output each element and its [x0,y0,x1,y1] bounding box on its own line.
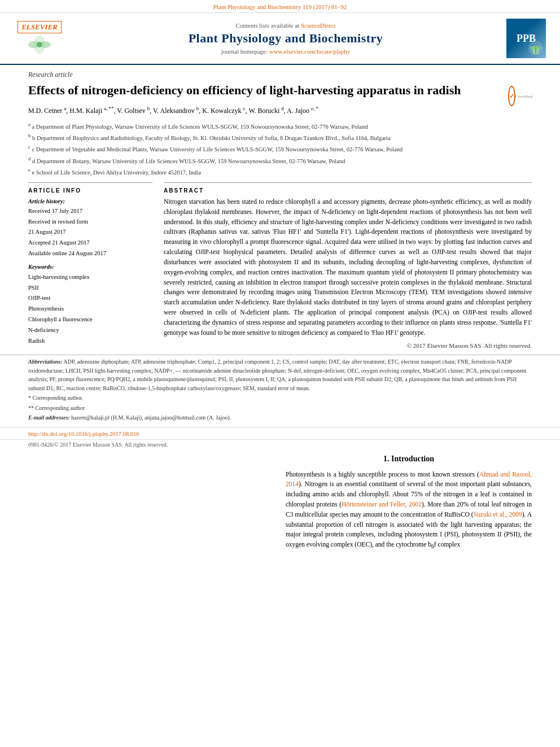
email-text: hazem@kalaji.pl (H.M. Kalaji), anjana.ja… [71,414,231,421]
ref-suzuki[interactable]: Suzuki et al., 2009 [474,511,522,518]
issn-bar: 0981-9428/© 2017 Elsevier Masson SAS. Al… [0,439,560,449]
footnote-star: * Corresponding author. [28,394,532,403]
elsevier-logo: ELSEVIER [18,21,62,33]
article-info-header: ARTICLE INFO [28,187,152,194]
crossmark-icon: ✓ [508,86,515,106]
abstract-text: Nitrogen starvation has been stated to r… [164,197,532,338]
keywords: Keywords: Light-harvesting complex PSII … [28,262,152,346]
copyright: © 2017 Elsevier Masson SAS. All rights r… [164,342,532,349]
article-history: Article history: Received 17 July 2017 R… [28,197,152,259]
doi-bar: http://dx.doi.org/10.1016/j.plaphy.2017.… [0,427,560,439]
abstract-col: ABSTRACT Nitrogen starvation has been st… [164,182,532,349]
crossmark-badge[interactable]: ✓ CrossMark [509,85,532,107]
intro-text: Photosynthesis is a highly susceptible p… [286,470,532,552]
intro-left-col [28,453,274,555]
footnotes: Abbreviations: ADP, adenosine diphosphat… [0,355,560,427]
elsevier-logo-area: ELSEVIER [11,21,68,56]
journal-reference: Plant Physiology and Biochemistry 119 (2… [0,0,560,13]
ppb-plant-icon [528,40,544,56]
article-type: Research article [28,71,532,79]
ppb-logo: PPB [506,19,546,58]
ref-ahmad[interactable]: Ahmad and Rasool, 2014 [286,471,532,488]
elsevier-decoration [23,33,56,56]
abstract-header: ABSTRACT [164,187,532,194]
journal-homepage: journal homepage: www.elsevier.com/locat… [73,48,498,55]
journal-homepage-link[interactable]: www.elsevier.com/locate/plaphy [269,48,350,55]
sciencedirect-info: Contents lists available at ScienceDirec… [73,22,498,29]
corresponding-author: ** Corresponding author [28,404,532,413]
intro-right-col: 1. Introduction Photosynthesis is a high… [286,453,532,555]
article-content: Research article ✓ CrossMark Effects of … [0,65,560,355]
email-label: E-mail addresses: [28,414,70,421]
article-info-col: ARTICLE INFO Article history: Received 1… [28,182,152,349]
doi-link[interactable]: http://dx.doi.org/10.1016/j.plaphy.2017.… [28,431,139,437]
intro-heading: 1. Introduction [286,453,532,465]
intro-columns: 1. Introduction Photosynthesis is a high… [28,453,532,555]
ppb-logo-area: PPB [504,19,549,58]
journal-header: ELSEVIER Contents lists available at Sci… [0,13,560,65]
authors: M.D. Cetner a, H.M. Kalaji a, **, V. Gol… [28,104,532,116]
ref-hort[interactable]: Hörtensteiner and Feller, 2002 [342,501,422,508]
svg-point-7 [536,46,541,50]
article-info-abstract: ARTICLE INFO Article history: Received 1… [28,182,532,349]
article-title: Effects of nitrogen-deficiency on effici… [28,82,532,99]
abbreviations-text: ADP, adenosine diphosphate; ATP, adenosi… [28,359,526,391]
introduction-section: 1. Introduction Photosynthesis is a high… [0,449,560,558]
svg-point-3 [37,42,42,47]
affiliations: a a Department of Plant Physiology, Wars… [28,121,532,177]
journal-title-area: Contents lists available at ScienceDirec… [73,22,498,55]
sciencedirect-link[interactable]: ScienceDirect [301,22,336,29]
abbreviations-label: Abbreviations: [28,359,63,365]
journal-title: Plant Physiology and Biochemistry [73,31,498,46]
svg-point-6 [530,46,536,50]
